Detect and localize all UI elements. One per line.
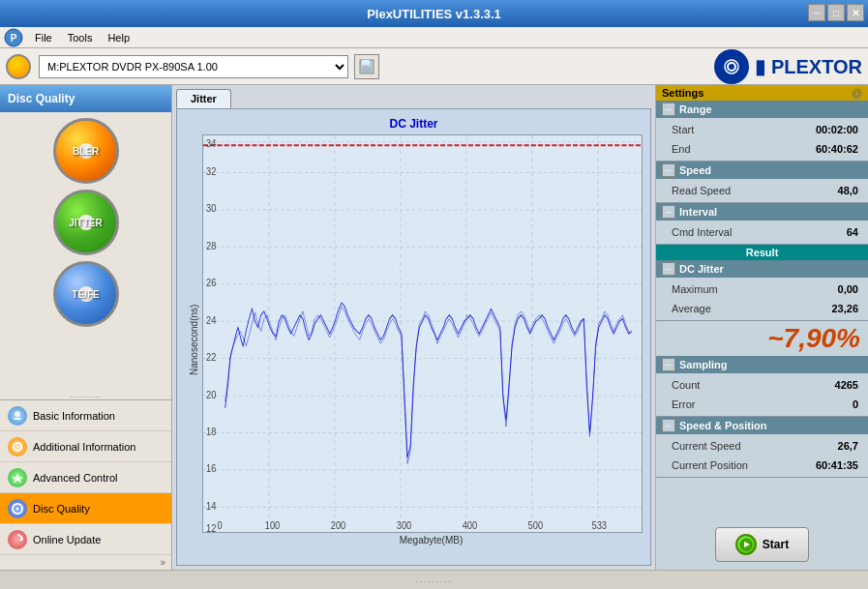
- drive-bar: M:PLEXTOR DVDR PX-890SA 1.00 ▮ PLEXTOR: [0, 48, 868, 85]
- svg-text:500: 500: [528, 520, 544, 532]
- average-row: Average 23,26: [656, 299, 868, 318]
- sidebar-item-basic[interactable]: Basic Information: [0, 400, 171, 431]
- disc-icon-bler[interactable]: BLER: [6, 118, 165, 184]
- additional-icon: [8, 437, 27, 456]
- current-position-value: 60:41:35: [816, 456, 858, 474]
- tab-jitter[interactable]: Jitter: [176, 89, 231, 108]
- sidebar-item-online-update[interactable]: Online Update: [0, 524, 171, 555]
- jitter-label: JITTER: [69, 218, 102, 228]
- settings-header: Settings @: [656, 85, 868, 101]
- dcjitter-collapse-btn[interactable]: ─: [662, 262, 675, 276]
- svg-text:14: 14: [206, 500, 216, 512]
- svg-text:300: 300: [397, 520, 412, 532]
- minimize-button[interactable]: ─: [808, 4, 825, 21]
- read-speed-row: Read Speed 48,0: [656, 181, 868, 200]
- dcjitter-header[interactable]: ─ DC Jitter: [656, 260, 868, 278]
- advanced-icon: [8, 468, 27, 487]
- sampling-header[interactable]: ─ Sampling: [656, 356, 868, 373]
- svg-point-11: [16, 445, 19, 448]
- result-label: Result: [746, 247, 779, 258]
- cmd-interval-label: Cmd Interval: [672, 223, 732, 241]
- speed-collapse-btn[interactable]: ─: [662, 163, 675, 177]
- start-button[interactable]: Start: [715, 527, 809, 562]
- menu-bar: P File Tools Help: [0, 27, 868, 48]
- maximum-label: Maximum: [672, 280, 718, 298]
- menu-help[interactable]: Help: [100, 30, 137, 45]
- drive-select[interactable]: M:PLEXTOR DVDR PX-890SA 1.00: [39, 55, 348, 78]
- end-value: 60:40:62: [816, 140, 858, 158]
- cmd-interval-value: 64: [847, 223, 858, 241]
- close-button[interactable]: ✕: [847, 4, 864, 21]
- svg-text:P: P: [11, 33, 17, 44]
- drive-save-button[interactable]: [354, 54, 379, 79]
- dcjitter-section: ─ DC Jitter Maximum 0,00 Average 23,26: [656, 260, 868, 321]
- interval-header[interactable]: ─ Interval: [656, 203, 868, 221]
- sampling-rows: Count 4265 Error 0: [656, 373, 868, 416]
- maximize-button[interactable]: □: [827, 4, 845, 21]
- svg-text:400: 400: [463, 520, 478, 532]
- sidebar-expand[interactable]: »: [0, 555, 171, 570]
- range-collapse-btn[interactable]: ─: [662, 103, 675, 116]
- start-label: Start: [672, 121, 694, 138]
- basic-icon: [8, 406, 27, 426]
- speed-header[interactable]: ─ Speed: [656, 162, 868, 179]
- svg-rect-9: [14, 418, 21, 420]
- speed-position-collapse-btn[interactable]: ─: [662, 419, 675, 432]
- error-row: Error 0: [656, 395, 868, 414]
- maximum-value: 0,00: [838, 280, 858, 298]
- disc-icon-jitter[interactable]: JITTER: [6, 190, 165, 255]
- main-area: Disc Quality BLER JITTER TE/FE Basic Inf…: [0, 85, 868, 570]
- status-dots: .........: [4, 575, 864, 584]
- menu-tools[interactable]: Tools: [60, 30, 101, 45]
- bler-disc[interactable]: BLER: [53, 118, 119, 184]
- disc-icon: [8, 499, 27, 518]
- range-header[interactable]: ─ Range: [656, 101, 868, 118]
- settings-label: Settings: [662, 87, 703, 99]
- chart-container: DC Jitter Nanosecond(ns): [176, 108, 651, 566]
- interval-collapse-btn[interactable]: ─: [662, 205, 675, 219]
- sidebar-item-additional[interactable]: Additional Information: [0, 431, 171, 462]
- speed-position-section: ─ Speed & Position Current Speed 26,7 Cu…: [656, 417, 868, 478]
- end-label: End: [672, 140, 691, 158]
- speed-rows: Read Speed 48,0: [656, 179, 868, 202]
- svg-point-13: [16, 507, 19, 510]
- interval-label: Interval: [679, 206, 717, 218]
- online-update-label: Online Update: [33, 534, 101, 545]
- svg-rect-3: [362, 60, 370, 65]
- jitter-tab-label: Jitter: [191, 93, 217, 104]
- sidebar-item-advanced[interactable]: Advanced Control: [0, 462, 171, 493]
- sidebar-title: Disc Quality: [8, 92, 75, 105]
- current-speed-row: Current Speed 26,7: [656, 436, 868, 456]
- current-speed-value: 26,7: [838, 437, 858, 455]
- svg-text:28: 28: [206, 240, 216, 251]
- result-header: Result: [656, 245, 868, 260]
- error-label: Error: [672, 396, 695, 413]
- chart-inner: Nanosecond(ns): [185, 134, 643, 545]
- content-panel-row: Jitter DC Jitter Nanosecond(ns): [172, 85, 868, 570]
- chart-svg: 34 32 30 28 26 24 22 20 18 16: [203, 135, 642, 532]
- tefe-disc[interactable]: TE/FE: [53, 261, 119, 327]
- disc-icon-tefe[interactable]: TE/FE: [6, 261, 165, 327]
- speed-position-label: Speed & Position: [679, 420, 766, 431]
- svg-text:100: 100: [265, 520, 281, 532]
- jitter-disc[interactable]: JITTER: [53, 190, 119, 255]
- dcjitter-rows: Maximum 0,00 Average 23,26: [656, 278, 868, 320]
- sidebar-item-disc[interactable]: Disc Quality: [0, 493, 171, 524]
- speed-position-header[interactable]: ─ Speed & Position: [656, 417, 868, 434]
- svg-text:533: 533: [592, 520, 608, 532]
- svg-text:12: 12: [206, 522, 216, 532]
- app-icon: P: [4, 28, 23, 47]
- sampling-label: Sampling: [679, 359, 728, 370]
- sidebar-header: Disc Quality: [0, 85, 171, 112]
- sampling-collapse-btn[interactable]: ─: [662, 358, 675, 371]
- menu-file[interactable]: File: [27, 30, 60, 45]
- speed-label: Speed: [679, 164, 711, 176]
- app-title: PlexUTILITIES v1.3.3.1: [367, 7, 501, 21]
- count-label: Count: [672, 376, 700, 394]
- right-panel: Settings @ ─ Range Start 00:02:00: [655, 85, 868, 570]
- disc-icons-panel: BLER JITTER TE/FE: [0, 112, 171, 390]
- interval-rows: Cmd Interval 64: [656, 221, 868, 244]
- dcjitter-label: DC Jitter: [679, 263, 724, 275]
- sidebar-scroll-dots: Basic Information ..........: [0, 390, 171, 399]
- svg-text:26: 26: [206, 277, 216, 288]
